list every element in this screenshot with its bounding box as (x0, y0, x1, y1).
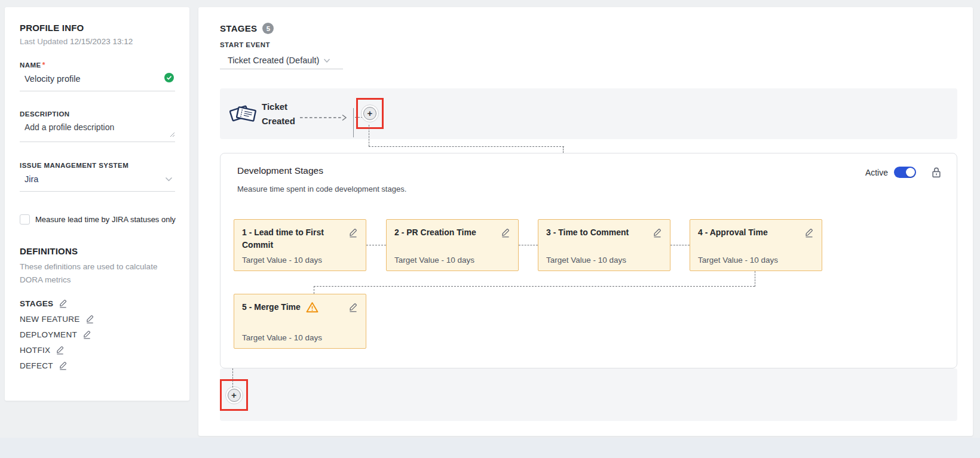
connector-line (670, 245, 690, 245)
name-input[interactable] (24, 74, 164, 84)
definitions-title: DEFINITIONS (20, 246, 175, 256)
chevron-down-icon (319, 55, 330, 66)
description-field-row (20, 121, 175, 142)
stage-target-value: Target Value - 10 days (242, 256, 358, 265)
stages-count-badge: 5 (262, 23, 274, 34)
required-asterisk: * (42, 61, 45, 69)
edit-deployment-button[interactable] (82, 330, 91, 339)
plus-icon: + (363, 107, 376, 120)
resize-handle-icon[interactable] (170, 129, 175, 140)
stages-header: STAGES 5 (220, 23, 274, 34)
issue-management-value: Jira (24, 174, 38, 184)
lead-time-checkbox-row: Measure lead time by JIRA statuses only (20, 214, 175, 225)
definition-item-deployment: DEPLOYMENT (20, 327, 175, 342)
edit-new-feature-button[interactable] (85, 314, 94, 324)
edit-stage-3-button[interactable] (653, 228, 662, 238)
connector-line (369, 125, 369, 146)
profile-info-title: PROFILE INFO (20, 23, 175, 33)
stages-panel: STAGES 5 START EVENT Ticket Created (Def… (198, 7, 973, 436)
edit-stages-button[interactable] (59, 299, 68, 308)
stage-target-value: Target Value - 10 days (242, 333, 358, 342)
connector-line (314, 286, 314, 294)
lead-time-checkbox-label: Measure lead time by JIRA statuses only (35, 215, 176, 224)
connector-line (366, 245, 386, 245)
node-divider-line (353, 108, 354, 137)
dashed-arrow-icon (300, 113, 349, 124)
connector-line (369, 146, 564, 147)
connector-line (314, 286, 755, 287)
issue-management-label: ISSUE MANAGEMENT SYSTEM (20, 162, 175, 169)
highlight-box-add-stage-bottom: + (220, 379, 248, 411)
stage-title: 5 - Merge Time (242, 301, 301, 313)
edit-stage-1-button[interactable] (348, 228, 358, 238)
stage-target-value: Target Value - 10 days (394, 256, 510, 265)
development-stages-title: Development Stages (237, 165, 323, 176)
connector-line (563, 146, 564, 153)
issue-management-select[interactable]: Jira (20, 173, 175, 192)
chevron-down-icon (165, 174, 173, 185)
page-footer-strip (0, 438, 980, 458)
highlight-box-add-stage-top: + (356, 98, 384, 129)
last-updated-value: 12/15/2023 13:12 (70, 37, 133, 46)
name-label: NAME* (20, 61, 175, 69)
toggle-knob (906, 168, 915, 177)
ticket-icon (229, 100, 257, 130)
definition-item-defect: DEFECT (20, 358, 175, 373)
stage-card-5[interactable]: 5 - Merge Time Target Value - 10 days (234, 294, 366, 349)
edit-hotfix-button[interactable] (56, 345, 65, 355)
stage-title: 3 - Time to Comment (546, 226, 629, 239)
stage-target-value: Target Value - 10 days (546, 256, 662, 265)
connector-line (232, 368, 233, 388)
development-stages-controls: Active (865, 167, 941, 178)
connector-line (755, 271, 755, 287)
definition-item-new-feature: NEW FEATURE (20, 311, 175, 327)
last-updated: Last Updated 12/15/2023 13:12 (20, 37, 175, 46)
last-updated-label: Last Updated (20, 37, 68, 46)
stage-title: 2 - PR Creation Time (394, 226, 476, 239)
active-toggle[interactable] (894, 167, 916, 178)
edit-stage-5-button[interactable] (348, 302, 358, 312)
definition-item-hotfix: HOTFIX (20, 342, 175, 358)
add-stage-button-bottom[interactable]: + (225, 386, 243, 404)
edit-defect-button[interactable] (59, 361, 68, 370)
valid-check-icon (164, 73, 174, 85)
stage-card-2[interactable]: 2 - PR Creation Time Target Value - 10 d… (386, 219, 519, 271)
definitions-description: These definitions are used to calculate … (20, 260, 170, 286)
profile-info-panel: PROFILE INFO Last Updated 12/15/2023 13:… (5, 7, 189, 401)
edit-stage-2-button[interactable] (501, 228, 510, 238)
stage-title: 4 - Approval Time (698, 226, 768, 239)
description-input[interactable] (24, 122, 174, 136)
definitions-list: STAGES NEW FEATURE DEPLOYMENT HOTFIX DEF… (20, 296, 175, 373)
edit-stage-4-button[interactable] (804, 228, 814, 238)
lead-time-checkbox[interactable] (20, 214, 30, 225)
stage-card-4[interactable]: 4 - Approval Time Target Value - 10 days (690, 219, 822, 271)
development-stages-card: Development Stages Measure time spent in… (220, 153, 957, 368)
start-event-band: Ticket Created + (220, 88, 957, 139)
lock-icon[interactable] (932, 167, 941, 178)
description-label: DESCRIPTION (20, 110, 175, 118)
development-stages-subtitle: Measure time spent in code development s… (237, 185, 406, 193)
add-stage-band: + (220, 368, 957, 421)
connector-line (519, 245, 538, 245)
stage-card-3[interactable]: 3 - Time to Comment Target Value - 10 da… (538, 219, 670, 271)
active-label: Active (865, 168, 888, 177)
definition-item-stages: STAGES (20, 296, 175, 311)
plus-icon: + (228, 389, 241, 402)
warning-icon (306, 302, 318, 315)
start-event-select[interactable]: Ticket Created (Default) (220, 51, 343, 69)
stages-title: STAGES (220, 23, 257, 33)
stage-target-value: Target Value - 10 days (698, 256, 814, 265)
start-event-value: Ticket Created (Default) (228, 56, 319, 65)
stage-card-1[interactable]: 1 - Lead time to First Commit Target Val… (234, 219, 366, 271)
stage-title: 1 - Lead time to First Commit (242, 226, 336, 251)
name-field-row (20, 72, 175, 91)
add-stage-button-top[interactable]: + (361, 104, 379, 122)
start-event-label: START EVENT (220, 41, 270, 48)
